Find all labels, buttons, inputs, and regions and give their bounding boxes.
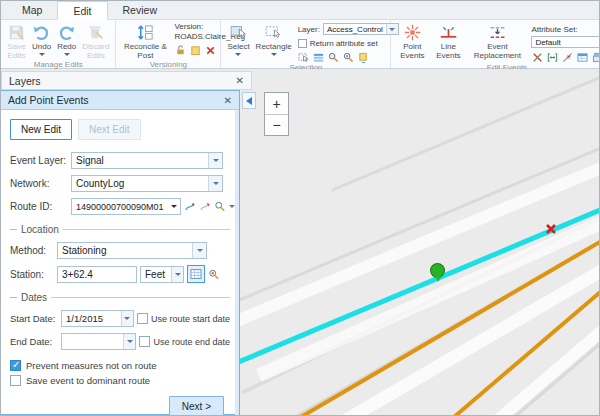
chevron-down-icon [213, 182, 219, 185]
select-tool-icon[interactable] [298, 51, 310, 63]
unlock-version-icon[interactable] [174, 44, 186, 56]
attribute-set-combo[interactable]: Default [531, 36, 600, 48]
selection-options-icon[interactable] [358, 51, 370, 63]
chevron-down-icon [171, 205, 177, 208]
save-to-dominant-route-label: Save event to dominant route [26, 375, 150, 386]
redo-icon [57, 23, 76, 42]
pick-route-alt-icon[interactable] [199, 201, 211, 213]
dates-section-header: Dates [10, 292, 230, 303]
zoom-to-selected-icon[interactable] [328, 51, 340, 63]
pick-location-on-map-button[interactable] [187, 265, 205, 283]
save-edits-label: Save Edits [7, 43, 26, 61]
collapse-pane-button[interactable] [242, 92, 256, 109]
ribbon-tabs: Map Edit Review [1, 1, 599, 20]
select-label: Select [227, 43, 249, 52]
use-route-end-date-label: Use route end date [153, 337, 230, 347]
network-value: CountyLog [72, 178, 208, 189]
save-edits-button[interactable]: Save Edits [4, 21, 29, 61]
location-section-label: Location [21, 224, 59, 235]
start-date-dropdown[interactable]: 1/1/2015 [61, 310, 134, 327]
tab-map[interactable]: Map [7, 1, 57, 19]
network-dropdown-arrow[interactable] [208, 176, 222, 191]
save-icon [7, 23, 26, 42]
event-layer-dropdown[interactable]: Signal [71, 152, 223, 169]
layer-label: Layer: [298, 25, 320, 34]
attribute-table-icon[interactable] [576, 51, 588, 63]
layers-close-icon[interactable]: ✕ [236, 75, 244, 86]
route-end-cross-icon[interactable] [544, 222, 558, 236]
network-dropdown[interactable]: CountyLog [71, 175, 223, 192]
point-events-icon [403, 23, 422, 42]
pan-to-selected-icon[interactable] [343, 51, 355, 63]
use-route-start-date-label: Use route start date [151, 314, 230, 324]
use-route-end-date-checkbox[interactable] [139, 336, 150, 347]
split-event-icon[interactable] [561, 51, 573, 63]
group-versioning: Reconcile & Post Version: ROADS.Claire_R… [116, 20, 221, 68]
redo-button[interactable]: Redo [54, 21, 79, 56]
select-button[interactable]: Select [224, 21, 252, 56]
chevron-down-icon [213, 159, 219, 162]
end-date-arrow[interactable] [123, 334, 135, 349]
remove-event-icon[interactable] [531, 51, 543, 63]
end-date-label: End Date: [10, 336, 58, 347]
line-events-button[interactable]: Line Events [430, 21, 466, 61]
method-dropdown-arrow[interactable] [192, 243, 206, 258]
tab-edit[interactable]: Edit [57, 1, 107, 20]
next-edit-button[interactable]: Next Edit [78, 119, 141, 140]
method-dropdown[interactable]: Stationing [57, 242, 207, 259]
chevron-down-icon [175, 273, 181, 276]
return-attribute-set-checkbox[interactable] [298, 39, 307, 48]
reconcile-post-label: Reconcile & Post [122, 43, 168, 61]
zoom-options-caret[interactable] [229, 205, 235, 208]
zoom-out-button[interactable]: − [265, 114, 288, 135]
zoom-to-route-icon[interactable] [214, 201, 226, 213]
zoom-to-location-icon[interactable] [208, 268, 220, 280]
event-replacement-button[interactable]: Event Replacement [466, 21, 528, 61]
route-id-combo[interactable]: 14900000700090M01 [71, 198, 181, 215]
pane-close-icon[interactable]: ✕ [224, 95, 232, 106]
pick-route-icon[interactable] [184, 201, 196, 213]
prevent-measures-checkbox[interactable] [10, 360, 21, 371]
pane-header: Add Point Events ✕ [1, 91, 239, 110]
point-event-marker[interactable] [430, 263, 445, 278]
undo-button[interactable]: Undo [29, 21, 54, 56]
rectangle-button[interactable]: Rectangle [253, 21, 295, 56]
route-id-value: 14900000700090M01 [72, 202, 168, 212]
snap-measures-icon[interactable] [546, 51, 558, 63]
end-date-dropdown[interactable] [61, 333, 136, 350]
group-selection: Select Rectangle Layer: Access_Control [221, 20, 391, 68]
tab-review[interactable]: Review [108, 1, 172, 19]
event-layer-dropdown-arrow[interactable] [208, 153, 222, 168]
next-button[interactable]: Next > [169, 396, 224, 416]
rectangle-select-icon [264, 23, 283, 42]
route-id-combo-arrow[interactable] [168, 205, 180, 208]
station-input[interactable] [57, 266, 137, 283]
new-edit-button[interactable]: New Edit [10, 119, 72, 140]
start-date-label: Start Date: [10, 313, 58, 324]
attribute-list-icon[interactable] [313, 51, 325, 63]
new-version-icon[interactable] [189, 44, 201, 56]
attribute-set-label: Attribute Set: [531, 22, 600, 36]
method-label: Method: [10, 245, 54, 256]
save-to-dominant-route-checkbox[interactable] [10, 375, 21, 386]
add-point-events-pane: Add Point Events ✕ New Edit Next Edit Ev… [1, 90, 240, 415]
copy-events-icon[interactable] [591, 51, 600, 63]
reconcile-post-button[interactable]: Reconcile & Post [119, 21, 171, 61]
discard-edits-button[interactable]: Discard Edits [79, 21, 112, 61]
redo-dropdown-caret [64, 53, 70, 56]
delete-version-icon[interactable] [204, 44, 216, 56]
layer-combo[interactable]: Access_Control [323, 23, 399, 35]
start-date-arrow[interactable] [121, 311, 133, 326]
point-events-button[interactable]: Point Events [394, 21, 430, 61]
station-unit-dropdown[interactable]: Feet [140, 266, 184, 283]
undo-label: Undo [32, 43, 51, 52]
zoom-in-button[interactable]: + [265, 93, 288, 114]
event-layer-label: Event Layer: [10, 155, 68, 166]
station-unit-arrow[interactable] [171, 267, 183, 282]
rectangle-label: Rectangle [256, 43, 292, 52]
group-manage-edits: Save Edits Undo Redo Discard Edit [1, 20, 116, 68]
event-replacement-icon [488, 23, 507, 42]
select-icon [229, 23, 248, 42]
line-events-icon [439, 23, 458, 42]
use-route-start-date-checkbox[interactable] [137, 313, 148, 324]
